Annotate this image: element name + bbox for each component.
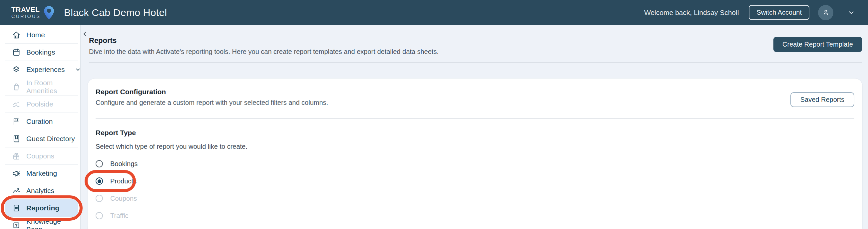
sidebar-nav: HomeBookingsExperiencesIn Room Amenities… [0,25,81,229]
travel-curious-logo[interactable]: TRAVEL CURIOUS [11,5,55,21]
sidebar-item-poolside: Poolside [5,96,78,113]
page-title: Reports [89,36,439,45]
sidebar-item-label: Poolside [26,100,53,108]
sidebar-item-label: Marketing [26,169,57,177]
sidebar-item-label: Curation [26,118,53,126]
sidebar-item-label: In Room Amenities [26,79,78,95]
page-description: Dive into the data with Activate's repor… [89,48,439,56]
account-menu-chevron-down-icon[interactable] [847,9,855,17]
divider [96,119,854,119]
report-type-options: BookingsProductsCouponsTraffic [96,155,854,224]
sidebar-item-knowledge-base[interactable]: ?Knowledge Base [5,217,78,229]
sidebar-item-bookings[interactable]: Bookings [5,43,78,61]
document-icon [12,204,21,212]
sidebar-item-label: Knowledge Base [26,217,78,229]
report-type-description: Select which type of report you would li… [96,143,854,151]
calendar-icon [12,48,21,57]
flag-icon [12,117,21,126]
megaphone-icon [12,169,21,178]
radio-option-bookings[interactable]: Bookings [96,155,148,172]
sidebar-collapse-chevron-left-icon[interactable] [81,30,89,38]
sidebar-item-reporting[interactable]: Reporting [5,199,78,217]
card-title: Report Configuration [96,88,328,96]
user-avatar[interactable] [818,5,833,20]
card-header-text: Report Configuration Configure and gener… [96,88,328,106]
create-report-template-button[interactable]: Create Report Template [773,37,862,52]
sidebar-item-guest-directory[interactable]: Guest Directory [5,130,78,148]
sidebar-item-in-room-amenities: In Room Amenities [5,78,78,96]
logo-text: TRAVEL CURIOUS [11,6,41,19]
radio-coupons-icon [96,195,103,202]
radio-label: Bookings [110,160,137,168]
guest-book-icon [12,134,21,143]
app-header: TRAVEL CURIOUS Black Cab Demo Hotel Welc… [0,0,868,25]
sidebar-item-label: Home [26,31,45,39]
page-header-text: Reports Dive into the data with Activate… [89,36,439,56]
map-pin-icon [43,5,55,21]
radio-option-products[interactable]: Products [96,172,147,190]
radio-label: Coupons [110,195,137,202]
person-icon [822,8,830,17]
page-header: Reports Dive into the data with Activate… [89,36,862,56]
sidebar-item-marketing[interactable]: Marketing [5,165,78,182]
radio-products-selected-icon[interactable] [96,177,103,185]
switch-account-button[interactable]: Switch Account [749,5,809,20]
main-layout: HomeBookingsExperiencesIn Room Amenities… [0,25,868,229]
sidebar-item-label: Analytics [26,187,54,195]
divider [89,63,862,63]
radio-bookings-icon[interactable] [96,160,103,167]
gift-icon [12,152,21,160]
sidebar-item-experiences[interactable]: Experiences [5,61,78,78]
layers-icon [12,65,21,74]
logo-line1: TRAVEL [11,6,41,13]
chevron-down-icon [74,66,81,73]
sidebar-item-label: Reporting [26,204,59,212]
hotel-name-title: Black Cab Demo Hotel [64,7,167,18]
card-header: Report Configuration Configure and gener… [96,88,854,107]
radio-label: Traffic [110,212,128,220]
page-content: Reports Dive into the data with Activate… [81,25,868,229]
saved-reports-button[interactable]: Saved Reports [790,92,854,107]
trend-icon [12,186,21,195]
report-type-title: Report Type [96,129,854,137]
sidebar-item-label: Bookings [26,48,55,56]
sidebar-item-label: Experiences [26,66,65,73]
radio-label: Products [110,177,136,185]
radio-option-coupons: Coupons [96,190,147,207]
app: { "header": { "brand": {"line1": "TRAVEL… [0,0,868,229]
sidebar-item-label: Guest Directory [26,135,75,143]
radio-option-traffic: Traffic [96,207,138,224]
swimmer-icon [12,100,21,108]
logo-line2: CURIOUS [11,14,41,19]
report-configuration-card: Report Configuration Configure and gener… [87,78,863,229]
card-description: Configure and generate a custom report w… [96,99,328,106]
radio-traffic-icon [96,212,103,219]
sidebar-item-analytics[interactable]: Analytics [5,182,78,199]
sidebar-item-curation[interactable]: Curation [5,113,78,130]
svg-text:?: ? [15,223,18,228]
shopping-bag-icon [12,83,21,91]
sidebar-item-home[interactable]: Home [5,26,78,43]
home-icon [12,31,21,39]
sidebar-item-coupons: Coupons [5,148,78,165]
sidebar-item-label: Coupons [26,152,54,160]
question-icon: ? [12,221,21,229]
welcome-message: Welcome back, Lindsay Scholl [644,9,739,17]
